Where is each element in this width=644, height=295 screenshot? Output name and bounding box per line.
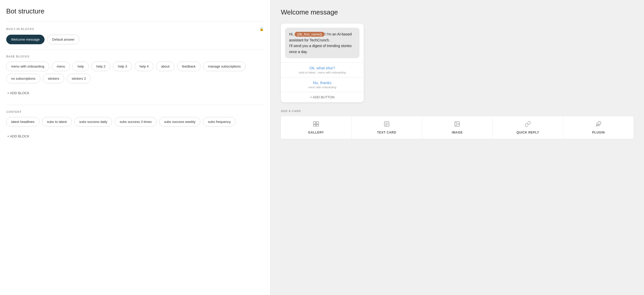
manage-subscriptions-button[interactable]: manage subscriptions: [203, 62, 246, 71]
right-panel-title: Welcome message: [281, 8, 634, 16]
svg-rect-2: [313, 124, 316, 126]
text-card-label: TEXT CARD: [377, 131, 396, 134]
plugin-icon: [595, 121, 602, 129]
ok-what-else-button[interactable]: Ok, what else? subs to latest , menu wit…: [281, 63, 364, 77]
stickers2-button[interactable]: stickers 2: [67, 74, 91, 83]
built-in-blocks-grid: Welcome message Default answer: [6, 35, 264, 44]
right-panel: Welcome message Hi, {{fb_first_name}}! I…: [270, 0, 644, 295]
add-base-block-button[interactable]: + ADD BLOCK: [6, 89, 31, 98]
gallery-card-option[interactable]: GALLERY: [281, 116, 352, 139]
svg-rect-3: [316, 124, 319, 126]
quick-reply-card-option[interactable]: QUICK REPLY: [493, 116, 563, 139]
variable-tag: {{fb_first_name}}: [295, 32, 325, 37]
message-bubble: Hi, {{fb_first_name}}! I'm an AI-based a…: [285, 28, 360, 58]
image-card-option[interactable]: IMAGE: [422, 116, 493, 139]
subs-success-weekly-button[interactable]: subs success weekly: [159, 117, 200, 127]
svg-rect-1: [316, 122, 319, 124]
subs-to-latest-button[interactable]: subs to latest: [42, 117, 72, 127]
text-card-icon: [384, 121, 390, 129]
help2-button[interactable]: help 2: [91, 62, 110, 71]
lock-icon: 🔒: [259, 27, 264, 31]
add-card-label: ADD A CARD: [281, 109, 634, 113]
no-thanks-button[interactable]: No, thanks menu with onboarding: [281, 77, 364, 92]
plugin-label: PLUGIN: [592, 131, 605, 134]
no-subscriptions-button[interactable]: no subscriptions: [6, 74, 40, 83]
latest-headlines-button[interactable]: latest headlines: [6, 117, 39, 127]
message-prefix: Hi,: [289, 32, 295, 36]
subs-success-daily-button[interactable]: subs success daily: [74, 117, 112, 127]
svg-rect-4: [384, 122, 389, 126]
subs-frequency-button[interactable]: subs frequency: [203, 117, 236, 127]
base-blocks-grid: menu with onboarding menu help help 2 he…: [6, 62, 264, 83]
help4-button[interactable]: help 4: [135, 62, 153, 71]
help-button[interactable]: help: [72, 62, 89, 71]
gallery-label: GALLERY: [308, 131, 324, 134]
content-blocks-grid: latest headlines subs to latest subs suc…: [6, 117, 264, 127]
about-button[interactable]: about: [156, 62, 174, 71]
default-answer-button[interactable]: Default answer: [47, 35, 79, 44]
menu-button[interactable]: menu: [52, 62, 70, 71]
quick-reply-icon: [525, 121, 531, 129]
card-options-row: GALLERY TEXT CARD: [281, 116, 634, 139]
image-icon: [454, 121, 460, 129]
content-section-label: CONTENT: [6, 110, 264, 113]
add-content-block-button[interactable]: + ADD BLOCK: [6, 132, 31, 141]
quick-reply-label: QUICK REPLY: [517, 131, 539, 134]
panel-title: Bot structure: [6, 7, 264, 15]
plugin-card-option[interactable]: PLUGIN: [563, 116, 634, 139]
welcome-message-button[interactable]: Welcome message: [6, 35, 45, 44]
image-label: IMAGE: [452, 131, 463, 134]
built-in-section-label: BUILT-IN BLOCKS 🔒: [6, 27, 264, 31]
welcome-message-card: Hi, {{fb_first_name}}! I'm an AI-based a…: [281, 24, 364, 102]
svg-point-9: [456, 123, 457, 123]
subs-success-3-times-button[interactable]: subs success 3 times: [115, 117, 157, 127]
menu-with-onboarding-button[interactable]: menu with onboarding: [6, 62, 49, 71]
left-panel: Bot structure BUILT-IN BLOCKS 🔒 Welcome …: [0, 0, 270, 295]
stickers-button[interactable]: stickers: [43, 74, 64, 83]
gallery-icon: [313, 121, 319, 129]
add-button-row[interactable]: + ADD BUTTON: [281, 92, 364, 102]
base-section-label: BASE BLOCKS: [6, 55, 264, 58]
feedback-button[interactable]: feedback: [177, 62, 201, 71]
text-card-option[interactable]: TEXT CARD: [352, 116, 422, 139]
svg-rect-0: [313, 122, 316, 124]
help3-button[interactable]: help 3: [113, 62, 132, 71]
